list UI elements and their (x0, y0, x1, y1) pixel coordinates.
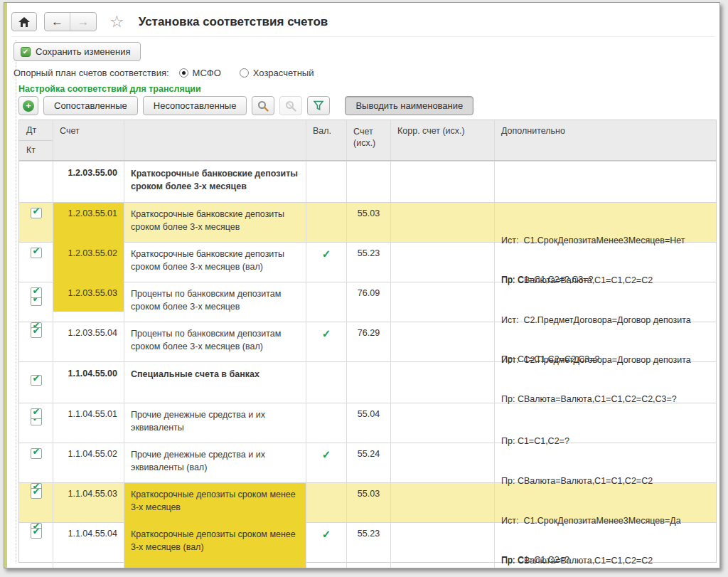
add-button[interactable]: + (18, 96, 38, 115)
group-name: Специальные счета в банках (124, 362, 306, 403)
header-kt[interactable]: Кт (19, 141, 53, 161)
forward-button[interactable]: → (70, 13, 96, 31)
dt-checkbox[interactable] (31, 327, 42, 338)
unmatched-filter-button[interactable]: Несопоставленные (143, 96, 247, 115)
table-row[interactable]: 1.1.04.55.04 Краткосрочные депозиты срок… (19, 522, 716, 562)
radio-msfo-label: МСФО (193, 68, 221, 78)
save-icon: ✔ (21, 47, 31, 57)
additional-info: Пр: СВалюта=Валюта,С1=С1,С2=С2 (495, 523, 716, 568)
account-name: Краткосрочные депозиты сроком менее 3-х … (124, 523, 306, 568)
save-button-label: Сохранить изменения (36, 46, 131, 57)
dt-checkbox[interactable] (31, 408, 42, 419)
header-source-account[interactable]: Счет (исх.) (347, 120, 391, 160)
filter-settings-button[interactable] (307, 96, 330, 115)
table-row[interactable]: 1.2.03.55.02 Краткосрочные банковские де… (19, 242, 716, 282)
corr-account (391, 523, 495, 568)
window-edge-strip (4, 3, 7, 568)
dt-checkbox[interactable] (31, 488, 42, 499)
favorite-star-icon[interactable]: ☆ (109, 14, 124, 30)
table-row[interactable]: 1.2.03.55.03 Проценты по банковским депо… (19, 282, 716, 322)
dt-checkbox[interactable] (31, 287, 42, 298)
table-row[interactable]: 1.1.04.55.03 Краткосрочные депозиты срок… (19, 482, 716, 522)
history-nav-group: ← → (44, 12, 97, 31)
search-button[interactable] (252, 96, 274, 115)
matched-filter-button[interactable]: Сопоставленные (43, 96, 138, 115)
plan-selector-label: Опорный план счетов соответствия: (14, 68, 169, 78)
page-title: Установка соответствия счетов (139, 15, 328, 29)
dt-checkbox[interactable] (31, 248, 42, 258)
cancel-search-button[interactable] (279, 96, 302, 115)
radio-msfo[interactable]: МСФО (179, 68, 221, 78)
currency-flag: ✓ (306, 523, 347, 568)
table-group-row[interactable]: 1.2.03.55.00 Краткосрочные банковские де… (19, 161, 716, 202)
header-name[interactable] (124, 120, 306, 160)
table-group-row[interactable]: 1.1.04.55.00 Специальные счета в банках (19, 361, 716, 403)
back-button[interactable]: ← (45, 13, 70, 31)
add-plus-icon: + (23, 100, 34, 112)
home-button[interactable] (11, 12, 37, 31)
table-row[interactable]: 1.2.03.55.01 Краткосрочные банковские де… (19, 202, 716, 242)
panel-splitter[interactable] (16, 40, 16, 563)
table-header: Дт Кт Счет Вал. Счет (исх.) Корр. счет (… (19, 120, 716, 161)
table-row[interactable]: 1.1.04.55.01 Прочие денежные средства и … (19, 403, 716, 443)
source-account: 55.23 (347, 523, 391, 568)
filter-toolbar: + Сопоставленные Несопоставленные Выводи… (18, 96, 473, 115)
dt-checkbox[interactable] (31, 208, 42, 218)
top-navigation-bar: ← → ☆ Установка соответствия счетов (11, 7, 715, 37)
save-changes-button[interactable]: ✔ Сохранить изменения (14, 42, 141, 61)
radio-hozraschet-label: Хозрасчетный (253, 68, 314, 78)
app-window: ← → ☆ Установка соответствия счетов ✔ Со… (4, 2, 720, 568)
section-title: Настройка соответствий для трансляции (18, 84, 201, 94)
mapping-table: Дт Кт Счет Вал. Счет (исх.) Корр. счет (… (18, 120, 717, 563)
header-currency[interactable]: Вал. (306, 120, 347, 160)
radio-hozraschet[interactable]: Хозрасчетный (240, 68, 314, 78)
account-code: 1.1.04.55.04 (53, 523, 124, 568)
search-icon (257, 100, 269, 112)
radio-hozraschet-dot[interactable] (240, 68, 249, 78)
header-dt[interactable]: Дт (19, 120, 53, 141)
header-account[interactable]: Счет (53, 120, 124, 160)
dt-checkbox[interactable] (31, 528, 42, 539)
radio-msfo-dot[interactable] (179, 68, 188, 78)
home-icon (18, 17, 30, 27)
group-code: 1.2.03.55.00 (53, 162, 124, 202)
funnel-icon (314, 100, 324, 111)
table-row[interactable]: 1.2.03.55.04 Проценты по банковским депо… (19, 322, 716, 361)
group-code: 1.1.04.55.00 (53, 362, 124, 403)
table-row[interactable]: 1.1.04.55.02 Прочие денежные средства и … (19, 443, 716, 482)
group-name: Краткосрочные банковские депозиты сроком… (124, 162, 306, 202)
plan-selector: Опорный план счетов соответствия: МСФО Х… (14, 68, 314, 78)
cancel-search-icon (285, 100, 296, 112)
dt-checkbox[interactable] (31, 448, 42, 459)
header-corr-account[interactable]: Корр. счет (исх.) (391, 120, 495, 160)
header-additional[interactable]: Дополнительно (495, 120, 716, 160)
show-name-toggle-button[interactable]: Выводить наименование (345, 96, 473, 115)
